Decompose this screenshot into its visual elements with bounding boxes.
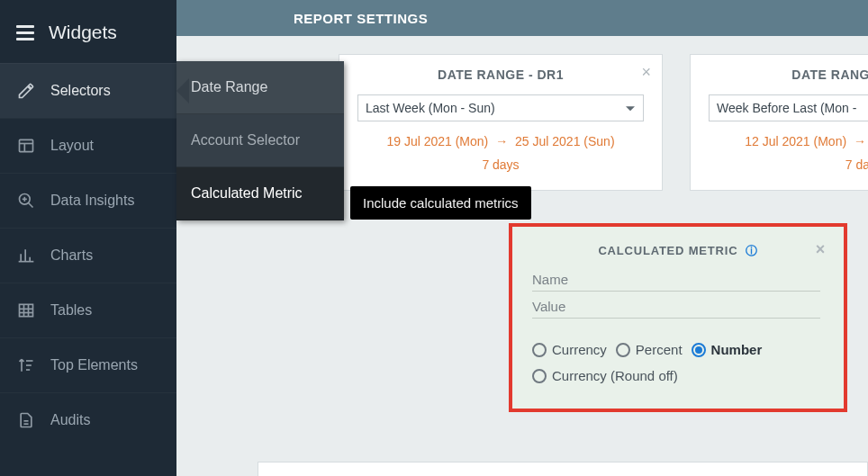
calculated-metric-panel: CALCULATED METRIC ⓘ × Currency Percent N… — [509, 223, 847, 412]
nav-label: Top Elements — [50, 357, 138, 373]
nav-label: Layout — [50, 138, 94, 154]
content-header: REPORT SETTINGS — [176, 0, 868, 36]
sort-icon — [16, 356, 36, 374]
arrow-right-icon: → — [492, 134, 511, 148]
info-icon[interactable]: ⓘ — [746, 243, 758, 259]
svg-line-4 — [29, 203, 33, 208]
submenu-item-account-selector[interactable]: Account Selector — [176, 114, 344, 167]
submenu-item-calculated-metric[interactable]: Calculated Metric — [176, 167, 344, 220]
hamburger-icon[interactable] — [16, 25, 34, 40]
date-range-select-dr2[interactable]: Week Before Last (Mon - — [709, 94, 868, 121]
format-radio-group: Currency Percent Number Currency (Round … — [532, 342, 824, 383]
nav-label: Tables — [50, 302, 92, 319]
date-range-days: 7 da — [709, 157, 868, 172]
content-header-title: REPORT SETTINGS — [294, 11, 428, 26]
close-icon[interactable]: × — [641, 64, 651, 80]
nav-label: Charts — [50, 247, 93, 264]
layout-icon — [16, 137, 36, 155]
document-icon — [16, 411, 36, 429]
date-range-select-dr1[interactable]: Last Week (Mon - Sun) — [357, 94, 644, 121]
date-range-days: 7 days — [357, 157, 644, 172]
nav-item-tables[interactable]: Tables — [0, 283, 176, 337]
zoom-in-icon — [16, 192, 36, 210]
nav-item-charts[interactable]: Charts — [0, 228, 176, 283]
date-range-readout: 12 Jul 2021 (Mon) → — [709, 134, 868, 148]
date-range-card-dr1: × DATE RANGE - DR1 Last Week (Mon - Sun)… — [339, 54, 663, 191]
submenu-label: Account Selector — [191, 132, 300, 148]
sidebar-header: Widgets — [0, 0, 176, 63]
submenu-item-date-range[interactable]: Date Range — [176, 61, 344, 114]
radio-percent[interactable]: Percent — [616, 342, 683, 357]
date-range-card-dr2: DATE RANG Week Before Last (Mon - 12 Jul… — [690, 54, 868, 191]
grid-icon — [16, 301, 36, 319]
calculated-metric-tooltip: Include calculated metrics — [350, 186, 531, 220]
sidebar: Widgets Selectors Layout — [0, 0, 176, 476]
arrow-right-icon: → — [850, 134, 868, 148]
bar-chart-icon — [16, 247, 36, 265]
card-title: DATE RANGE - DR1 — [357, 67, 644, 82]
nav-label: Selectors — [50, 83, 111, 99]
selectors-submenu: Date Range Account Selector Calculated M… — [176, 61, 344, 220]
radio-number[interactable]: Number — [692, 342, 763, 357]
metric-value-input[interactable] — [532, 297, 820, 319]
submenu-label: Date Range — [191, 79, 267, 94]
close-icon[interactable]: × — [816, 241, 826, 257]
bottom-panel-peek — [258, 462, 868, 476]
nav-label: Data Insights — [50, 193, 134, 209]
nav-item-top-elements[interactable]: Top Elements — [0, 337, 176, 392]
card-title: DATE RANG — [709, 67, 868, 82]
nav-item-data-insights[interactable]: Data Insights — [0, 173, 176, 228]
svg-rect-11 — [20, 304, 33, 316]
edit-icon — [16, 82, 36, 100]
date-range-readout: 19 Jul 2021 (Mon) → 25 Jul 2021 (Sun) — [357, 134, 644, 148]
radio-currency-round[interactable]: Currency (Round off) — [532, 368, 678, 383]
submenu-label: Calculated Metric — [191, 185, 303, 201]
metric-name-input[interactable] — [532, 270, 820, 292]
panel-title: CALCULATED METRIC ⓘ × — [532, 243, 824, 259]
radio-currency[interactable]: Currency — [532, 342, 607, 357]
nav-item-selectors[interactable]: Selectors — [0, 63, 176, 118]
nav-item-audits[interactable]: Audits — [0, 392, 176, 447]
sidebar-title: Widgets — [49, 22, 117, 43]
nav-item-layout[interactable]: Layout — [0, 118, 176, 173]
svg-rect-0 — [20, 139, 33, 151]
nav-label: Audits — [50, 412, 90, 428]
